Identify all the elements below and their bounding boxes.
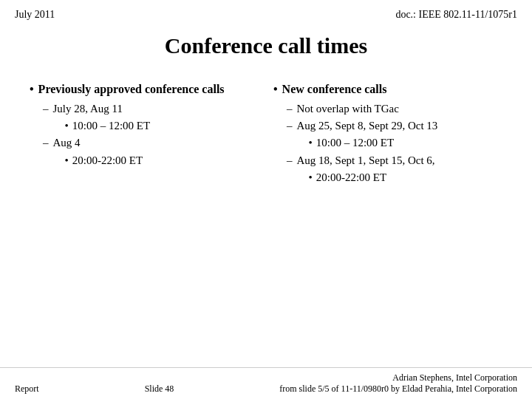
left-item-2: – Aug 4 • 20:00-22:00 ET: [43, 134, 259, 169]
left-sub-bullet-1: •: [65, 117, 69, 134]
footer-left: Report: [15, 383, 39, 395]
left-dash-1: –: [43, 100, 49, 117]
page-title: Conference call times: [0, 33, 532, 58]
left-column: • Previously approved conference calls –…: [30, 81, 259, 186]
left-item-1-label: July 28, Aug 11: [53, 100, 151, 117]
right-bullet-header: • New conference calls: [273, 81, 502, 99]
right-item-3-subs: • 20:00-22:00 ET: [309, 169, 435, 186]
footer-right: Adrian Stephens, Intel Corporation from …: [279, 372, 517, 395]
right-dash-2: –: [287, 117, 293, 134]
right-item-1-label: Not overlap with TGac: [297, 100, 399, 117]
left-bullet-header: • Previously approved conference calls: [30, 81, 259, 99]
right-item-3: – Aug 18, Sept 1, Sept 15, Oct 6, • 20:0…: [287, 152, 502, 187]
left-item-2-sub-1: • 20:00-22:00 ET: [65, 152, 143, 169]
footer-center: Slide 48: [145, 383, 174, 395]
left-sub-bullet-2: •: [65, 152, 69, 169]
right-sub-bullet-1: •: [309, 134, 313, 151]
right-item-3-label: Aug 18, Sept 1, Sept 15, Oct 6,: [297, 152, 435, 169]
footer: Report Slide 48 Adrian Stephens, Intel C…: [0, 367, 532, 399]
right-item-2-sub-1-text: 10:00 – 12:00 ET: [316, 134, 394, 151]
right-item-2: – Aug 25, Sept 8, Sept 29, Oct 13 • 10:0…: [287, 117, 502, 152]
right-bullet-dot: •: [273, 81, 278, 99]
header-left: July 2011: [15, 9, 55, 21]
right-column: • New conference calls – Not overlap wit…: [273, 81, 502, 186]
left-sub-list: – July 28, Aug 11 • 10:00 – 12:00 ET – A…: [43, 100, 259, 169]
right-item-2-sub-1: • 10:00 – 12:00 ET: [309, 134, 438, 151]
left-item-2-content: Aug 4 • 20:00-22:00 ET: [53, 134, 143, 169]
right-item-3-sub-1: • 20:00-22:00 ET: [309, 169, 435, 186]
footer-right-line2: from slide 5/5 of 11-11/0980r0 by Eldad …: [279, 383, 517, 395]
right-item-1: – Not overlap with TGac: [287, 100, 502, 117]
left-dash-2: –: [43, 134, 49, 151]
left-item-2-label: Aug 4: [53, 134, 143, 151]
right-dash-3: –: [287, 152, 293, 169]
left-item-1-subs: • 10:00 – 12:00 ET: [65, 117, 151, 134]
right-item-2-label: Aug 25, Sept 8, Sept 29, Oct 13: [297, 117, 438, 134]
right-bullet-text: New conference calls: [282, 81, 387, 99]
left-item-1-content: July 28, Aug 11 • 10:00 – 12:00 ET: [53, 100, 151, 135]
left-bullet-text: Previously approved conference calls: [38, 81, 225, 99]
left-item-1-sub-1: • 10:00 – 12:00 ET: [65, 117, 151, 134]
main-content: • Previously approved conference calls –…: [0, 81, 532, 186]
left-bullet-dot: •: [30, 81, 34, 99]
left-item-2-subs: • 20:00-22:00 ET: [65, 152, 143, 169]
right-item-2-content: Aug 25, Sept 8, Sept 29, Oct 13 • 10:00 …: [297, 117, 438, 152]
right-item-3-sub-1-text: 20:00-22:00 ET: [316, 169, 386, 186]
footer-right-line1: Adrian Stephens, Intel Corporation: [279, 372, 517, 383]
right-sub-list: – Not overlap with TGac – Aug 25, Sept 8…: [287, 100, 502, 186]
left-item-1: – July 28, Aug 11 • 10:00 – 12:00 ET: [43, 100, 259, 135]
header-right: doc.: IEEE 802.11-11/1075r1: [395, 9, 517, 21]
right-dash-1: –: [287, 100, 293, 117]
right-item-3-content: Aug 18, Sept 1, Sept 15, Oct 6, • 20:00-…: [297, 152, 435, 187]
right-sub-bullet-2: •: [309, 169, 313, 186]
left-item-2-sub-1-text: 20:00-22:00 ET: [72, 152, 143, 169]
left-item-1-sub-1-text: 10:00 – 12:00 ET: [72, 117, 150, 134]
right-item-2-subs: • 10:00 – 12:00 ET: [309, 134, 438, 151]
